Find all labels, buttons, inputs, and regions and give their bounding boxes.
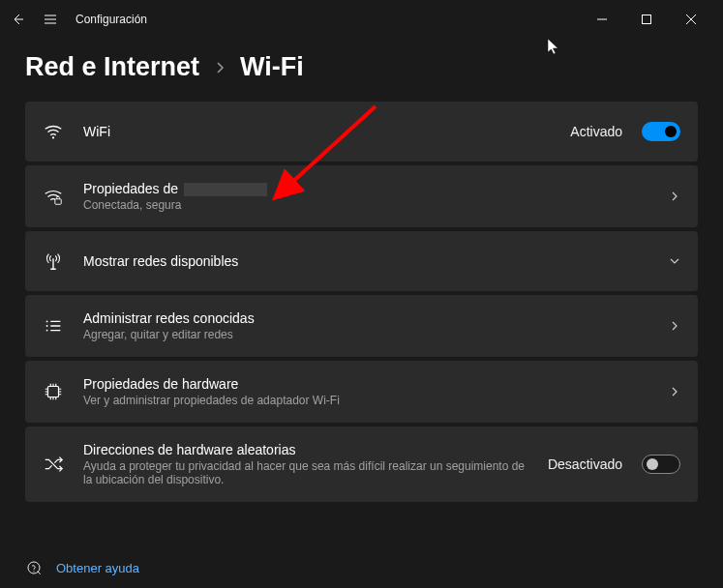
svg-rect-2 (55, 199, 61, 205)
wifi-lock-icon (43, 186, 64, 207)
menu-button[interactable] (43, 12, 58, 27)
close-button[interactable] (669, 4, 713, 35)
help-icon (25, 559, 43, 576)
ssid-redacted (184, 183, 267, 196)
chevron-right-icon (669, 191, 680, 202)
chevron-right-icon (215, 61, 225, 74)
get-help-link[interactable]: Obtener ayuda (25, 559, 139, 576)
svg-rect-0 (643, 15, 651, 24)
chip-icon (43, 381, 64, 402)
hardware-sub: Ver y administrar propiedades de adaptad… (83, 394, 649, 407)
wifi-title: WiFi (83, 124, 551, 139)
svg-point-3 (46, 321, 48, 323)
row-trailing: Desactivado (548, 455, 680, 474)
window-title: Configuración (75, 13, 147, 26)
wifi-icon (43, 121, 64, 142)
known-sub: Agregar, quitar y editar redes (83, 328, 649, 341)
breadcrumb: Red e Internet Wi-Fi (0, 39, 723, 102)
shuffle-icon (43, 454, 64, 475)
svg-point-8 (33, 571, 34, 572)
properties-title: Propiedades de (83, 181, 649, 196)
random-title: Direcciones de hardware aleatorias (83, 442, 528, 457)
properties-title-prefix: Propiedades de (83, 181, 182, 196)
row-text: Propiedades de Conectada, segura (83, 181, 649, 212)
breadcrumb-parent[interactable]: Red e Internet (25, 52, 199, 82)
random-mac-row[interactable]: Direcciones de hardware aleatorias Ayuda… (25, 426, 698, 502)
random-state-label: Desactivado (548, 456, 622, 472)
help-label: Obtener ayuda (56, 561, 139, 575)
minimize-button[interactable] (580, 4, 624, 35)
random-mac-toggle[interactable] (642, 455, 680, 474)
row-trailing: Activado (570, 122, 680, 141)
window-controls (580, 4, 713, 35)
settings-content: WiFi Activado Propiedades de Conectada, … (0, 102, 723, 502)
row-text: Propiedades de hardware Ver y administra… (83, 376, 649, 407)
random-sub: Ayuda a proteger tu privacidad al hacer … (83, 459, 528, 486)
wifi-state-label: Activado (570, 124, 622, 139)
maximize-button[interactable] (624, 4, 669, 35)
wifi-toggle[interactable] (642, 122, 680, 141)
hardware-title: Propiedades de hardware (83, 376, 649, 392)
wifi-toggle-row[interactable]: WiFi Activado (25, 102, 698, 162)
properties-sub: Conectada, segura (83, 198, 649, 212)
back-button[interactable] (10, 12, 25, 27)
list-icon (43, 315, 64, 337)
chevron-down-icon (669, 255, 680, 267)
svg-rect-6 (48, 387, 59, 397)
wifi-properties-row[interactable]: Propiedades de Conectada, segura (25, 165, 698, 227)
known-networks-row[interactable]: Administrar redes conocidas Agregar, qui… (25, 295, 698, 357)
row-text: Direcciones de hardware aleatorias Ayuda… (83, 442, 528, 486)
row-text: Mostrar redes disponibles (83, 253, 649, 269)
svg-point-1 (52, 136, 54, 138)
chevron-right-icon (669, 320, 680, 332)
available-title: Mostrar redes disponibles (83, 253, 649, 269)
svg-point-5 (46, 330, 48, 332)
titlebar-left: Configuración (10, 12, 147, 27)
available-networks-row[interactable]: Mostrar redes disponibles (25, 231, 698, 291)
hardware-properties-row[interactable]: Propiedades de hardware Ver y administra… (25, 361, 698, 423)
chevron-right-icon (669, 386, 680, 397)
antenna-icon (43, 250, 64, 272)
svg-point-4 (46, 325, 48, 327)
titlebar: Configuración (0, 0, 723, 39)
row-text: Administrar redes conocidas Agregar, qui… (83, 310, 649, 341)
breadcrumb-current: Wi-Fi (240, 52, 304, 82)
known-title: Administrar redes conocidas (83, 310, 649, 326)
row-text: WiFi (83, 124, 551, 139)
